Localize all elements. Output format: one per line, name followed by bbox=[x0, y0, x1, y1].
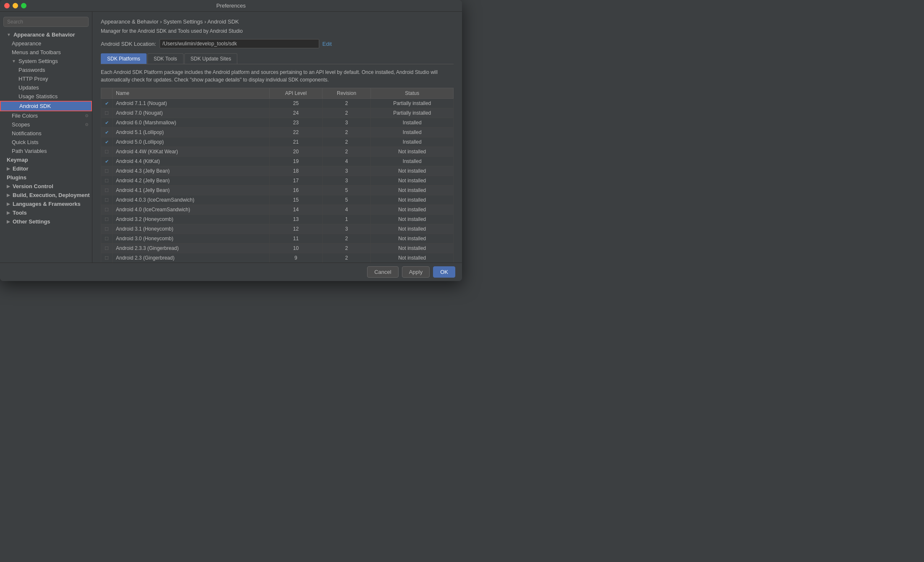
row-checkbox[interactable]: ☐ bbox=[101, 186, 113, 195]
sidebar-item-updates[interactable]: Updates bbox=[0, 83, 92, 92]
sidebar-item-languages-frameworks[interactable]: ▶Languages & Frameworks bbox=[0, 200, 92, 208]
row-revision: 3 bbox=[322, 224, 371, 234]
row-api: 18 bbox=[270, 166, 323, 176]
sidebar-item-editor[interactable]: ▶Editor bbox=[0, 164, 92, 173]
row-checkbox[interactable]: ✔ bbox=[101, 118, 113, 128]
row-revision: 4 bbox=[322, 205, 371, 215]
table-row: ☐ Android 2.3 (Gingerbread) 9 2 Not inst… bbox=[101, 253, 454, 263]
row-name: Android 4.3 (Jelly Bean) bbox=[113, 166, 270, 176]
row-checkbox[interactable]: ☐ bbox=[101, 195, 113, 205]
row-status: Installed bbox=[371, 137, 454, 147]
sidebar-item-android-sdk[interactable]: Android SDK bbox=[0, 101, 92, 111]
sidebar-item-quick-lists[interactable]: Quick Lists bbox=[0, 138, 92, 147]
tab-sdk-tools[interactable]: SDK Tools bbox=[147, 53, 184, 64]
ok-button[interactable]: OK bbox=[433, 266, 455, 278]
row-revision: 3 bbox=[322, 118, 371, 128]
row-name: Android 4.4W (KitKat Wear) bbox=[113, 147, 270, 157]
sidebar-item-appearance[interactable]: Appearance bbox=[0, 39, 92, 48]
sidebar-item-passwords[interactable]: Passwords bbox=[0, 66, 92, 74]
row-checkbox[interactable]: ☐ bbox=[101, 234, 113, 244]
sidebar-item-system-settings[interactable]: ▼System Settings bbox=[0, 57, 92, 66]
row-status: Not installed bbox=[371, 195, 454, 205]
sdk-location-input[interactable] bbox=[160, 39, 319, 48]
minimize-button[interactable] bbox=[13, 3, 18, 8]
row-checkbox[interactable]: ✔ bbox=[101, 137, 113, 147]
row-checkbox[interactable]: ☐ bbox=[101, 215, 113, 224]
maximize-button[interactable] bbox=[21, 3, 26, 8]
close-button[interactable] bbox=[4, 3, 10, 8]
cancel-button[interactable]: Cancel bbox=[367, 266, 398, 278]
col-header-checkbox bbox=[101, 88, 113, 99]
sidebar-item-menus-toolbars[interactable]: Menus and Toolbars bbox=[0, 48, 92, 57]
row-name: Android 5.0 (Lollipop) bbox=[113, 137, 270, 147]
row-status: Not installed bbox=[371, 205, 454, 215]
row-api: 24 bbox=[270, 108, 323, 118]
sidebar-item-notifications[interactable]: Notifications bbox=[0, 129, 92, 138]
row-name: Android 2.3.3 (Gingerbread) bbox=[113, 244, 270, 253]
row-checkbox[interactable]: ☐ bbox=[101, 176, 113, 186]
row-checkbox[interactable]: ☐ bbox=[101, 147, 113, 157]
row-status: Installed bbox=[371, 128, 454, 137]
row-checkbox[interactable]: ☐ bbox=[101, 224, 113, 234]
sidebar-item-usage-statistics[interactable]: Usage Statistics bbox=[0, 92, 92, 101]
row-checkbox[interactable]: ☐ bbox=[101, 244, 113, 253]
sidebar-item-other-settings[interactable]: ▶Other Settings bbox=[0, 217, 92, 226]
row-revision: 5 bbox=[322, 186, 371, 195]
arrow-icon: ▼ bbox=[12, 59, 16, 63]
arrow-icon: ▶ bbox=[7, 184, 10, 189]
arrow-icon: ▶ bbox=[7, 202, 10, 206]
sidebar-label: Build, Execution, Deployment bbox=[13, 192, 89, 198]
table-row: ☐ Android 3.2 (Honeycomb) 13 1 Not insta… bbox=[101, 215, 454, 224]
apply-button[interactable]: Apply bbox=[402, 266, 430, 278]
search-input[interactable] bbox=[3, 17, 89, 27]
sidebar-item-http-proxy[interactable]: HTTP Proxy bbox=[0, 74, 92, 83]
edit-link[interactable]: Edit bbox=[323, 41, 332, 47]
col-header-name: Name bbox=[113, 88, 270, 99]
sidebar-item-plugins[interactable]: Plugins bbox=[0, 173, 92, 182]
col-header-api: API Level bbox=[270, 88, 323, 99]
row-checkbox[interactable]: ✔ bbox=[101, 128, 113, 137]
tab-sdk-platforms[interactable]: SDK Platforms bbox=[101, 53, 147, 64]
row-checkbox[interactable]: ☐ bbox=[101, 108, 113, 118]
sidebar-item-version-control[interactable]: ▶Version Control bbox=[0, 182, 92, 191]
sidebar-label: Path Variables bbox=[12, 148, 47, 154]
sidebar-item-path-variables[interactable]: Path Variables bbox=[0, 147, 92, 155]
row-name: Android 3.0 (Honeycomb) bbox=[113, 234, 270, 244]
row-checkbox[interactable]: ✔ bbox=[101, 157, 113, 166]
row-status: Not installed bbox=[371, 215, 454, 224]
row-name: Android 7.1.1 (Nougat) bbox=[113, 99, 270, 108]
sidebar-label: HTTP Proxy bbox=[18, 76, 48, 82]
row-status: Partially installed bbox=[371, 108, 454, 118]
row-revision: 2 bbox=[322, 99, 371, 108]
sidebar-item-build-execution[interactable]: ▶Build, Execution, Deployment bbox=[0, 191, 92, 200]
sidebar-label: Usage Statistics bbox=[18, 93, 58, 100]
sidebar-item-appearance-behavior[interactable]: ▼Appearance & Behavior bbox=[0, 30, 92, 39]
sidebar-item-scopes[interactable]: Scopes⚙ bbox=[0, 120, 92, 129]
row-checkbox[interactable]: ☐ bbox=[101, 205, 113, 215]
footer: Cancel Apply OK bbox=[0, 263, 462, 281]
row-revision: 4 bbox=[322, 157, 371, 166]
sidebar-label: Languages & Frameworks bbox=[13, 201, 81, 207]
table-row: ✔ Android 7.1.1 (Nougat) 25 2 Partially … bbox=[101, 99, 454, 108]
sidebar-item-keymap[interactable]: Keymap bbox=[0, 155, 92, 164]
row-name: Android 4.4 (KitKat) bbox=[113, 157, 270, 166]
row-checkbox[interactable]: ✔ bbox=[101, 99, 113, 108]
tab-sdk-update-sites[interactable]: SDK Update Sites bbox=[184, 53, 238, 64]
row-revision: 5 bbox=[322, 195, 371, 205]
settings-icon: ⚙ bbox=[85, 122, 89, 127]
table-row: ✔ Android 6.0 (Marshmallow) 23 3 Install… bbox=[101, 118, 454, 128]
sidebar-item-file-colors[interactable]: File Colors⚙ bbox=[0, 111, 92, 120]
sidebar-item-tools[interactable]: ▶Tools bbox=[0, 208, 92, 217]
row-checkbox[interactable]: ☐ bbox=[101, 166, 113, 176]
row-checkbox[interactable]: ☐ bbox=[101, 253, 113, 263]
sidebar-label: Editor bbox=[13, 165, 29, 172]
sidebar-label: Other Settings bbox=[13, 218, 50, 225]
sidebar-label: Appearance & Behavior bbox=[13, 32, 75, 38]
sidebar: ▼Appearance & BehaviorAppearanceMenus an… bbox=[0, 12, 92, 263]
row-api: 14 bbox=[270, 205, 323, 215]
sdk-location-label: Android SDK Location: bbox=[101, 41, 156, 47]
tab-description: Each Android SDK Platform package includ… bbox=[101, 68, 454, 84]
row-revision: 2 bbox=[322, 108, 371, 118]
row-revision: 2 bbox=[322, 137, 371, 147]
table-row: ☐ Android 7.0 (Nougat) 24 2 Partially in… bbox=[101, 108, 454, 118]
